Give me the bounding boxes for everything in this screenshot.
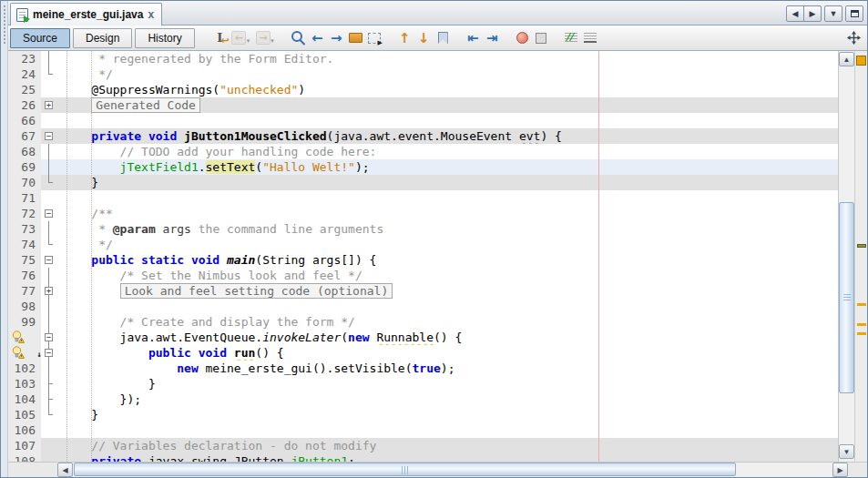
vertical-scrollbar-thumb[interactable] [839,202,854,393]
code-text[interactable]: } [57,175,838,190]
code-editor[interactable]: 23 * regenerated by the Form Editor.24 *… [8,51,867,462]
caret-position-mark[interactable] [857,244,866,248]
comment-icon[interactable]: // [562,28,581,47]
maximize-window-button[interactable] [845,5,863,22]
code-line[interactable]: 76 /* Set the Nimbus look and feel */ [8,268,838,283]
code-text[interactable]: public void run() { [57,345,838,361]
code-text[interactable]: */ [57,237,838,252]
code-line[interactable]: 106 [8,422,838,438]
tab-close-icon[interactable]: x [148,10,154,19]
code-text[interactable] [57,299,838,314]
code-text[interactable]: } [57,376,838,392]
fold-margin[interactable]: − [41,330,57,345]
collapsed-fold-box[interactable]: Look and feel setting code (optional) [120,283,393,299]
toggle-rectangular-selection-icon[interactable] [365,28,384,47]
code-text[interactable] [57,422,838,438]
fold-expand-icon[interactable]: + [45,101,53,109]
code-line[interactable]: 105 } [8,407,838,422]
fold-margin[interactable]: − [41,128,57,144]
code-line[interactable]: 72− /** [8,206,838,221]
fold-margin[interactable]: − [41,345,57,361]
forward-icon[interactable]: → [253,28,272,47]
tab-history[interactable]: History [135,28,194,48]
code-line[interactable]: 70 } [8,175,838,190]
fold-margin[interactable]: + [41,97,57,113]
code-text[interactable]: new meine_erste_gui().setVisible(true); [57,361,838,376]
code-line[interactable]: 25 @SuppressWarnings("unchecked") [8,82,838,97]
code-text[interactable]: private javax.swing.JButton jButton1; [57,453,838,462]
code-line[interactable]: 108 private javax.swing.JButton jButton1… [8,453,838,462]
code-text[interactable]: /* Set the Nimbus look and feel */ [57,268,838,283]
fold-collapse-icon[interactable]: − [45,256,53,264]
tab-design[interactable]: Design [73,28,132,48]
code-line[interactable]: 74 */ [8,237,838,252]
code-text[interactable]: * @param args the command line arguments [57,221,838,237]
scroll-tabs-left-button[interactable]: ◀ [786,5,804,22]
scroll-tabs-right-button[interactable]: ▶ [803,5,822,22]
expand-editor-icon[interactable] [844,28,863,47]
vertical-scrollbar[interactable]: ▲ ▼ [838,51,854,462]
code-text[interactable]: Generated Code [57,97,838,113]
shift-line-right-icon[interactable]: ⇥ [483,28,502,47]
shift-line-left-icon[interactable]: ⇤ [464,28,483,47]
start-macro-recording-icon[interactable] [513,28,532,47]
warning-mark[interactable] [857,323,866,326]
warning-bulb-icon[interactable] [8,330,41,345]
code-line[interactable]: 104 }); [8,392,838,407]
last-edit-position-icon[interactable] [210,28,230,47]
code-line[interactable]: 75− public static void main(String args[… [8,252,838,268]
warning-mark[interactable] [857,303,866,306]
horizontal-scrollbar-thumb[interactable] [74,463,736,476]
fold-collapse-icon[interactable]: − [45,209,53,218]
code-line[interactable]: 107 // Variables declaration - do not mo… [8,438,838,453]
find-selection-icon[interactable] [289,28,308,47]
code-line[interactable]: 69 jTextField1.setText("Hallo Welt!"); [8,159,838,175]
fold-expand-icon[interactable]: + [45,287,53,295]
code-line[interactable]: 102 new meine_erste_gui().setVisible(tru… [8,361,838,376]
file-status-warning-icon[interactable] [856,56,866,66]
code-text[interactable]: private void jButton1MouseClicked(java.a… [57,128,838,144]
toggle-bookmark-icon[interactable] [434,28,453,47]
code-text[interactable]: Look and feel setting code (optional) [57,283,838,299]
code-line[interactable]: 66 [8,113,838,128]
code-text[interactable]: /* Create and display the form */ [57,314,838,330]
previous-bookmark-icon[interactable]: ↑ [395,28,414,47]
error-stripe[interactable] [854,51,867,462]
fold-margin[interactable]: + [41,283,57,299]
code-line[interactable]: 99 /* Create and display the form */ [8,314,838,330]
code-line[interactable]: ↓− public void run() { [8,345,838,361]
fold-collapse-icon[interactable]: − [45,349,53,357]
forward-dropdown-icon[interactable]: ▾ [271,37,274,45]
code-line[interactable]: 26+ Generated Code [8,97,838,113]
next-bookmark-icon[interactable]: ↓ [414,28,434,47]
code-line[interactable]: 77+ Look and feel setting code (optional… [8,283,838,299]
scroll-right-button[interactable]: ▶ [832,463,848,477]
code-text[interactable]: // Variables declaration - do not modify [57,438,838,453]
code-text[interactable]: } [57,407,838,422]
code-line[interactable]: 24 */ [8,66,838,82]
warning-mark[interactable] [857,332,866,335]
code-line[interactable]: 98 [8,299,838,314]
tab-source[interactable]: Source [10,28,70,48]
scroll-up-button[interactable]: ▲ [839,52,854,66]
code-text[interactable] [57,113,838,128]
code-text[interactable]: * regenerated by the Form Editor. [57,51,838,66]
code-text[interactable]: jTextField1.setText("Hallo Welt!"); [57,159,838,175]
find-previous-occurrence-icon[interactable]: ← [308,28,327,47]
code-line[interactable]: 73 * @param args the command line argume… [8,221,838,237]
code-line[interactable]: 103 } [8,376,838,392]
collapsed-fold-box[interactable]: Generated Code [91,97,200,113]
code-line[interactable]: 71 [8,190,838,206]
scroll-down-button[interactable]: ▼ [839,444,854,459]
code-text[interactable]: */ [57,66,838,82]
code-text[interactable]: java.awt.EventQueue.invokeLater(new Runn… [57,330,838,345]
code-text[interactable]: /** [57,206,838,221]
code-line[interactable]: − java.awt.EventQueue.invokeLater(new Ru… [8,330,838,345]
fold-margin[interactable]: − [41,252,57,268]
scroll-left-button[interactable]: ◀ [57,463,73,477]
fold-collapse-icon[interactable]: − [45,132,53,140]
code-text[interactable]: // TODO add your handling code here: [57,144,838,159]
horizontal-scrollbar[interactable] [73,463,832,477]
code-text[interactable] [57,190,838,206]
warning-bulb-icon[interactable]: ↓ [8,345,41,361]
